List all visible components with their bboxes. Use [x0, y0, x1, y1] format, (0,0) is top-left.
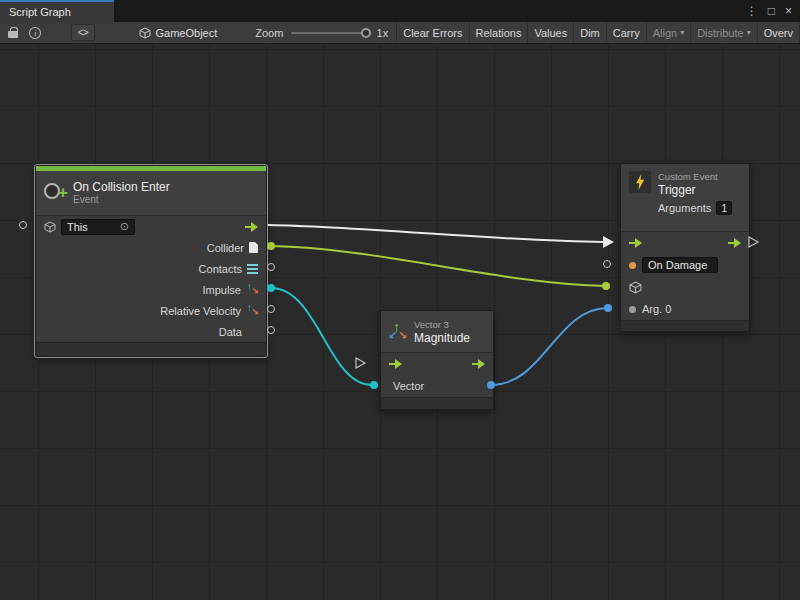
clear-errors-button[interactable]: Clear Errors — [396, 22, 468, 44]
maximize-icon[interactable]: □ — [768, 4, 775, 18]
node-trigger-custom-event[interactable]: Custom Event Trigger Arguments 1 On Dama… — [620, 163, 750, 332]
values-button[interactable]: Values — [527, 22, 573, 44]
node-footer — [381, 397, 493, 409]
contacts-output-port[interactable] — [267, 263, 275, 271]
flow-output-port[interactable] — [728, 238, 741, 248]
vector3-icon: ↑↙↘ — [389, 322, 407, 342]
port-label: Vector — [389, 380, 424, 392]
output-row: Impulse ↑↘ — [36, 279, 266, 300]
flow-output-port[interactable] — [472, 359, 485, 369]
node-kicker: Custom Event — [658, 171, 732, 183]
tab-script-graph[interactable]: Script Graph — [0, 0, 114, 22]
output-row: Contacts — [36, 258, 266, 279]
port-label: Data — [219, 326, 242, 338]
node-header: + On Collision Enter Event — [36, 171, 266, 216]
target-row — [621, 276, 749, 298]
graph-toolbar: i <> GameObject Zoom 1x Clear Errors Rel… — [0, 22, 800, 44]
node-header: Custom Event Trigger Arguments 1 — [621, 164, 749, 232]
node-kicker: Vector 3 — [414, 319, 470, 331]
wire-impulse-vector[interactable] — [271, 288, 372, 385]
relative-velocity-output-port[interactable] — [267, 305, 275, 313]
cube-icon — [44, 221, 56, 233]
zoom-label: Zoom — [255, 27, 283, 39]
zoom-slider-handle[interactable] — [361, 28, 371, 38]
distribute-dropdown[interactable]: Distribute ▾ — [690, 22, 756, 44]
port-label: Impulse — [202, 284, 241, 296]
chevron-down-icon: ▾ — [680, 28, 684, 37]
wire-flow[interactable] — [268, 225, 603, 242]
flow-row — [621, 232, 749, 254]
relations-button[interactable]: Relations — [469, 22, 528, 44]
node-title: Trigger — [658, 183, 732, 197]
output-row: Relative Velocity ↑↘ — [36, 300, 266, 321]
vector3-icon: ↑↘ — [246, 284, 258, 296]
arg0-row: Arg. 0 — [621, 298, 749, 320]
close-icon[interactable]: × — [785, 4, 792, 18]
node-title: On Collision Enter — [73, 180, 170, 194]
collider-output-port[interactable] — [267, 242, 275, 250]
wire-collider-target[interactable] — [271, 246, 606, 286]
node-magnitude[interactable]: ↑↙↘ Vector 3 Magnitude Vector — [380, 310, 494, 410]
list-icon — [247, 264, 258, 274]
arguments-label: Arguments — [658, 202, 711, 214]
flow-input-port[interactable] — [389, 359, 402, 369]
node-header: ↑↙↘ Vector 3 Magnitude — [381, 311, 493, 353]
event-input-port[interactable] — [19, 221, 27, 229]
zoom-value: 1x — [377, 27, 389, 39]
flow-row — [381, 353, 493, 375]
tab-bar: Script Graph ⋮ □ × — [0, 0, 800, 22]
graph-canvas[interactable]: + On Collision Enter Event This ⊙ — [0, 44, 800, 600]
output-row: Collider — [36, 237, 266, 258]
vector-input-port[interactable] — [370, 381, 378, 389]
object-picker-icon[interactable]: ⊙ — [120, 220, 129, 233]
target-input-port[interactable] — [602, 282, 610, 290]
object-port[interactable] — [629, 306, 636, 313]
cube-icon — [139, 27, 151, 39]
output-row: Data — [36, 321, 266, 342]
node-title: Magnitude — [414, 331, 470, 345]
target-field[interactable]: This ⊙ — [61, 219, 135, 235]
triangle-indicator-icon — [356, 358, 365, 368]
string-port[interactable] — [629, 262, 636, 269]
gameobject-pointer[interactable]: GameObject — [139, 27, 218, 39]
node-on-collision-enter[interactable]: + On Collision Enter Event This ⊙ — [35, 165, 267, 357]
pointer-label: GameObject — [156, 27, 218, 39]
document-icon — [249, 242, 258, 253]
port-label: Arg. 0 — [642, 303, 671, 315]
info-icon[interactable]: i — [29, 27, 40, 39]
tab-spacer — [114, 0, 746, 22]
lock-icon[interactable] — [8, 27, 17, 38]
node-footer — [621, 320, 749, 331]
overview-button[interactable]: Overv — [757, 22, 800, 44]
flow-input-port[interactable] — [629, 238, 642, 248]
tab-label: Script Graph — [9, 6, 71, 18]
script-graph-window: Script Graph ⋮ □ × i <> GameObject Zoom … — [0, 0, 800, 600]
carry-button[interactable]: Carry — [606, 22, 646, 44]
event-name-input-port[interactable] — [603, 260, 611, 268]
toolbar-buttons: Clear Errors Relations Values Dim Carry … — [396, 22, 800, 44]
zoom-slider-track — [291, 32, 370, 34]
flow-output-port[interactable] — [245, 222, 258, 232]
zoom-slider[interactable] — [291, 27, 370, 39]
code-toggle-button[interactable]: <> — [71, 24, 95, 41]
dim-button[interactable]: Dim — [573, 22, 606, 44]
port-label: Collider — [207, 242, 244, 254]
kebab-menu-icon[interactable]: ⋮ — [746, 4, 758, 18]
impulse-output-port[interactable] — [267, 284, 275, 292]
port-label: Relative Velocity — [160, 305, 241, 317]
node-subtitle: Event — [73, 194, 170, 206]
node-footer — [36, 342, 266, 356]
align-dropdown[interactable]: Align ▾ — [646, 22, 690, 44]
event-name-field[interactable]: On Damage — [642, 257, 718, 273]
vector3-icon: ↑↘ — [246, 305, 258, 317]
cube-icon — [629, 281, 642, 294]
data-output-port[interactable] — [267, 326, 275, 334]
chevron-down-icon: ▾ — [747, 28, 751, 37]
triangle-indicator-icon — [749, 237, 758, 247]
lightning-icon — [629, 171, 651, 193]
event-name-row: On Damage — [621, 254, 749, 276]
wire-magnitude-arg0[interactable] — [491, 308, 608, 385]
vector-row: Vector — [381, 375, 493, 397]
arg0-input-port[interactable] — [604, 304, 612, 312]
arguments-field[interactable]: 1 — [716, 201, 732, 215]
